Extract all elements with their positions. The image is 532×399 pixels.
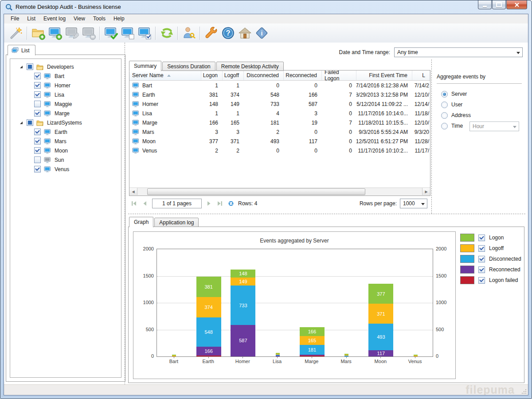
user-permissions-button[interactable] [180, 25, 197, 42]
menu-item-view[interactable]: View [70, 14, 89, 23]
edit-computer-button[interactable] [63, 25, 80, 42]
radio-server[interactable] [441, 91, 448, 98]
resize-grip[interactable] [520, 388, 526, 394]
scroll-left-button[interactable]: ◀ [129, 188, 137, 195]
table-row[interactable]: Lisa1143011/17/2016 10:14:0...11/18/ [129, 109, 430, 118]
tree-expander-icon[interactable] [19, 65, 23, 69]
minimize-button[interactable] [478, 0, 492, 9]
column-header-logoff[interactable]: Logoff [223, 70, 244, 80]
tree-item-checkbox[interactable] [34, 156, 41, 163]
tree-item-checkbox[interactable] [34, 82, 41, 89]
aggregate-option-server[interactable]: Server [441, 90, 467, 98]
panel-splitter[interactable] [125, 43, 125, 385]
tree-item[interactable]: Venus [10, 164, 121, 174]
menu-item-event-log[interactable]: Event log [39, 14, 70, 23]
table-row[interactable]: Moon377371493117012/5/2011 6:51:27 PM11/… [129, 137, 430, 146]
table-row[interactable]: Mars332009/3/2016 5:55:24 AM9/3/20 [129, 127, 430, 137]
column-header-disconnected[interactable]: Disconnected [244, 70, 284, 80]
tab-application-log[interactable]: Application log [154, 218, 199, 227]
tree-item[interactable]: Moon [10, 146, 121, 155]
tab-sessions-duration[interactable]: Sessions Duration [162, 62, 215, 71]
page-first-button[interactable] [130, 200, 138, 207]
scroll-right-button[interactable]: ▶ [422, 188, 430, 195]
page-next-button[interactable] [205, 200, 213, 207]
date-range-select[interactable]: Any time [394, 47, 523, 57]
tree-item-checkbox[interactable] [34, 101, 41, 107]
wizard-button[interactable] [8, 25, 24, 42]
tab-list[interactable]: List [8, 45, 35, 55]
column-header-l[interactable]: L [412, 70, 430, 80]
rows-per-page-select[interactable]: 1000 [400, 199, 427, 208]
tree-item[interactable]: Earth [10, 127, 121, 137]
table-row[interactable]: Bart110007/14/2016 8:12:38 AM7/14/2 [129, 81, 430, 90]
tree-item-checkbox[interactable] [34, 129, 41, 135]
tree-item[interactable]: Homer [10, 81, 121, 90]
tab-graph[interactable]: Graph [129, 217, 153, 227]
legend-checkbox[interactable] [478, 277, 485, 284]
menu-item-tools[interactable]: Tools [89, 14, 110, 23]
add-computer-button[interactable] [47, 25, 63, 42]
menu-item-list[interactable]: List [23, 14, 39, 23]
column-header-reconnected[interactable]: Reconnected [284, 70, 322, 80]
column-header-server-name[interactable]: Server Name [129, 70, 201, 80]
help-button[interactable]: ? [219, 25, 236, 42]
aggregate-option-user[interactable]: User [441, 101, 462, 108]
menu-item-help[interactable]: Help [110, 14, 129, 23]
settings-wrench-button[interactable] [203, 25, 219, 42]
time-unit-select[interactable]: Hour [469, 121, 519, 131]
tree-group-checkbox[interactable] [27, 63, 33, 70]
about-button[interactable]: i [253, 25, 270, 42]
table-row[interactable]: Marge16616518119711/18/2011 10:15:5...12… [129, 118, 430, 127]
scrollbar-thumb[interactable] [147, 188, 365, 195]
tree-item-checkbox[interactable] [34, 147, 41, 154]
tree-item[interactable]: Lisa [10, 90, 121, 99]
refresh-rows-button[interactable] [227, 200, 235, 207]
radio-user[interactable] [441, 102, 448, 108]
tree-item-checkbox[interactable] [34, 110, 41, 117]
aggregate-option-address[interactable]: Address [441, 112, 471, 119]
menu-item-file[interactable]: File [7, 14, 23, 23]
home-button[interactable] [236, 25, 253, 42]
page-last-button[interactable] [216, 200, 224, 207]
tree-item-checkbox[interactable] [34, 138, 41, 145]
legend-checkbox[interactable] [478, 245, 485, 252]
tree-item-checkbox[interactable] [34, 91, 41, 98]
refresh-button[interactable] [158, 25, 175, 42]
horizontal-scrollbar[interactable]: ◀ ▶ [129, 188, 430, 196]
aggregate-option-time[interactable]: Time [441, 122, 463, 129]
page-prev-button[interactable] [141, 200, 149, 207]
tree-group-row[interactable]: Developers [10, 62, 121, 71]
check-selected-button[interactable] [136, 25, 153, 42]
column-header-first-event-time[interactable]: First Event Time [356, 70, 412, 80]
column-header-logon[interactable]: Logon [201, 70, 223, 80]
tree-item[interactable]: Maggie [10, 99, 121, 109]
tree-item[interactable]: Bart [10, 71, 121, 81]
tree-group-row[interactable]: LizardSystems [10, 118, 121, 127]
add-group-button[interactable] [30, 25, 47, 42]
tree-group-checkbox[interactable] [27, 119, 33, 126]
radio-time[interactable] [441, 123, 448, 129]
tab-summary[interactable]: Summary [129, 61, 161, 71]
check-computers-button[interactable] [102, 25, 119, 42]
table-row[interactable]: Venus2200011/17/2016 10:10:2...11/17/ [129, 146, 430, 155]
tree-expander-icon[interactable] [19, 121, 23, 125]
radio-address[interactable] [441, 112, 448, 119]
tree-item[interactable]: Mars [10, 137, 121, 146]
legend-checkbox[interactable] [478, 256, 485, 262]
close-button[interactable] [506, 0, 527, 9]
column-header-failed-logon[interactable]: Failed Logon [322, 70, 356, 80]
uncheck-computers-button[interactable] [119, 25, 136, 42]
tree-item[interactable]: Marge [10, 109, 121, 118]
tree-item-checkbox[interactable] [34, 166, 41, 172]
legend-checkbox[interactable] [478, 235, 485, 241]
tab-remote-desktop-activity[interactable]: Remote Desktop Activity [216, 62, 284, 71]
tree-item-checkbox[interactable] [34, 73, 41, 79]
remove-computer-button[interactable] [80, 25, 97, 42]
table-row[interactable]: Homer14814973358705/12/2014 11:09:22 ...… [129, 99, 430, 109]
legend-checkbox[interactable] [478, 266, 485, 273]
maximize-button[interactable] [492, 0, 506, 9]
table-row[interactable]: Earth38137454816678/29/2013 3:12:58 PM12… [129, 90, 430, 99]
sort-ascending-icon [167, 74, 171, 77]
tree-item[interactable]: Sun [10, 155, 121, 164]
scrollbar-track[interactable] [137, 188, 422, 196]
